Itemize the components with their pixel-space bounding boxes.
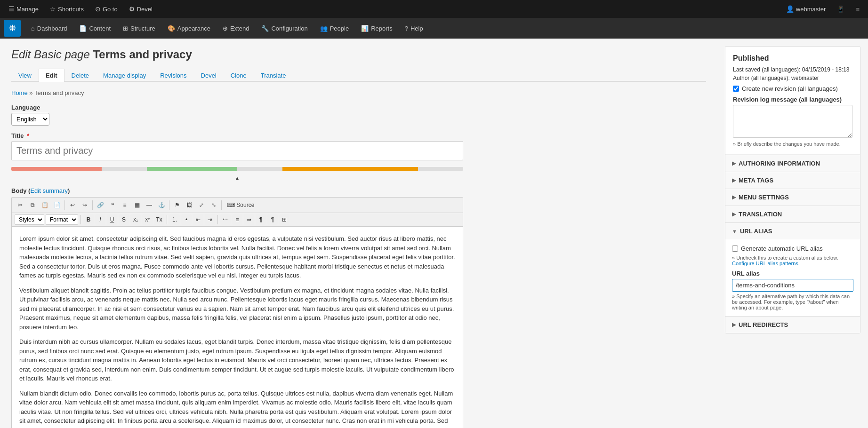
toolbar-more[interactable]: ⊞ — [279, 214, 289, 225]
manage-icon: ☰ — [8, 5, 15, 13]
toolbar-superscript[interactable]: X² — [142, 214, 153, 225]
accordion-url-alias-header[interactable]: ▼ URL ALIAS — [725, 223, 860, 239]
toolbar-anchor[interactable]: ⚓ — [156, 199, 167, 211]
devel-button[interactable]: ⚙ Devel — [124, 0, 157, 18]
url-alias-patterns-link[interactable]: Configure URL alias patterns. — [732, 261, 800, 266]
secondary-nav: ❋ ⌂ Dashboard 📄 Content ⊞ Structure 🎨 Ap… — [0, 18, 868, 39]
toolbar-table[interactable]: ▦ — [131, 199, 143, 211]
tab-revisions[interactable]: Revisions — [153, 69, 193, 82]
nav-structure[interactable]: ⊞ Structure — [117, 18, 161, 39]
tab-edit[interactable]: Edit — [39, 69, 64, 82]
accordion-authoring: ▶ AUTHORING INFORMATION — [725, 155, 860, 172]
toolbar-link[interactable]: 🔗 — [95, 199, 106, 211]
accordion-translation-header[interactable]: ▶ TRANSLATION — [725, 206, 860, 222]
tab-delete[interactable]: Delete — [64, 69, 96, 82]
nav-configuration[interactable]: 🔧 Configuration — [256, 18, 313, 39]
breadcrumb-home[interactable]: Home — [11, 89, 28, 96]
title-input[interactable] — [11, 141, 463, 160]
toolbar-align-center[interactable]: ≡ — [232, 214, 242, 225]
nav-dashboard[interactable]: ⌂ Dashboard — [25, 18, 72, 39]
accordion-metatags-header[interactable]: ▶ META TAGS — [725, 172, 860, 189]
toolbar-indent-more[interactable]: ⇥ — [205, 214, 215, 225]
accordion-url-redirects: ▶ URL REDIRECTS — [725, 316, 860, 333]
progress-bar — [11, 167, 463, 171]
accordion-menu: ▶ MENU SETTINGS — [725, 189, 860, 206]
auto-alias-label[interactable]: Generate automatic URL alias — [741, 245, 823, 252]
toolbar-strikethrough[interactable]: S — [119, 214, 129, 225]
structure-icon: ⊞ — [123, 25, 128, 32]
edit-summary-link[interactable]: Edit summary — [30, 187, 67, 194]
toolbar-indent-less[interactable]: ⇤ — [193, 214, 203, 225]
toolbar-redo[interactable]: ↪ — [79, 199, 90, 211]
tablet-icon-button[interactable]: 📱 — [832, 6, 849, 13]
accordion-url-redirects-header[interactable]: ▶ URL REDIRECTS — [725, 317, 860, 333]
progress-segment-5 — [282, 167, 418, 171]
toolbar-bold[interactable]: B — [83, 214, 94, 225]
toolbar-list-ul2[interactable]: • — [181, 214, 192, 225]
toolbar-undo[interactable]: ↩ — [67, 199, 78, 211]
revision-log-textarea[interactable] — [733, 105, 852, 138]
toolbar-copy[interactable]: ⧉ — [27, 199, 38, 211]
toolbar-underline[interactable]: U — [107, 214, 117, 225]
url-alias-desc: Specify an alternative path by which thi… — [732, 293, 853, 310]
toolbar-align-right[interactable]: ⇒ — [244, 214, 254, 225]
appearance-icon: 🎨 — [168, 25, 175, 32]
sidebar-toggle[interactable]: ≡ — [851, 6, 864, 13]
accordion-authoring-header[interactable]: ▶ AUTHORING INFORMATION — [725, 155, 860, 172]
progress-segment-2 — [102, 167, 147, 171]
auto-alias-checkbox[interactable] — [732, 246, 738, 252]
revision-checkbox-row: Create new revision (all languages) — [733, 85, 852, 92]
toolbar-removeformat[interactable]: Tx — [154, 214, 164, 225]
accordion-menu-header[interactable]: ▶ MENU SETTINGS — [725, 189, 860, 206]
title-label: Title * — [11, 132, 706, 139]
toolbar-hr[interactable]: — — [144, 199, 155, 211]
nav-reports[interactable]: 📊 Reports — [355, 18, 398, 39]
published-section: Published Last saved (all languages): 04… — [725, 47, 860, 155]
toolbar-sep-2 — [92, 200, 93, 210]
tab-devel[interactable]: Devel — [194, 69, 224, 82]
format-select[interactable]: Format — [46, 214, 78, 225]
toolbar-italic[interactable]: I — [95, 214, 105, 225]
toolbar-list-ul[interactable]: ≡ — [119, 199, 130, 211]
toolbar-align-left[interactable]: ⬸ — [220, 214, 231, 225]
url-alias-input[interactable] — [732, 279, 853, 292]
toolbar-resize[interactable]: ⤡ — [208, 199, 219, 211]
nav-appearance[interactable]: 🎨 Appearance — [162, 18, 216, 39]
page-wrapper: Edit Basic page Terms and privacy View E… — [0, 39, 868, 428]
nav-help[interactable]: ? Help — [399, 18, 429, 39]
styles-select[interactable]: Styles — [15, 214, 44, 225]
nav-content[interactable]: 📄 Content — [73, 18, 116, 39]
nav-extend[interactable]: ⊕ Extend — [217, 18, 255, 39]
manage-button[interactable]: ☰ Manage — [4, 0, 43, 18]
toolbar-image[interactable]: 🖼 — [184, 199, 195, 211]
goto-button[interactable]: ⊙ Go to — [90, 0, 122, 18]
tab-translate[interactable]: Translate — [254, 69, 293, 82]
toolbar-cut[interactable]: ✂ — [15, 199, 26, 211]
revision-checkbox[interactable] — [733, 86, 739, 92]
editor-body[interactable]: Lorem ipsum dolor sit amet, consectetur … — [12, 227, 463, 428]
toolbar-source-btn[interactable]: ⌨ Source — [224, 200, 257, 210]
toolbar-blockquote[interactable]: ❝ — [107, 199, 118, 211]
toolbar-rtl[interactable]: ¶ — [267, 214, 278, 225]
toolbar-subscript[interactable]: X₂ — [130, 214, 141, 225]
toolbar-sep-6 — [167, 215, 167, 224]
toolbar-ltr[interactable]: ¶ — [256, 214, 266, 225]
toolbar-flag[interactable]: ⚑ — [171, 199, 183, 211]
user-button[interactable]: 👤 webmaster — [781, 5, 831, 13]
toolbar-maximize[interactable]: ⤢ — [196, 199, 207, 211]
toolbar-paste-text[interactable]: 📄 — [51, 199, 63, 211]
admin-bar-right: 👤 webmaster 📱 ≡ — [781, 5, 864, 13]
drupal-logo[interactable]: ❋ — [4, 20, 21, 37]
toolbar-list-ol[interactable]: 1. — [169, 214, 180, 225]
revision-checkbox-label[interactable]: Create new revision (all languages) — [742, 85, 838, 92]
language-select[interactable]: English French Spanish German — [11, 113, 49, 126]
extend-icon: ⊕ — [223, 25, 228, 32]
toolbar-sep-1 — [64, 200, 65, 210]
toolbar-paste[interactable]: 📋 — [39, 199, 50, 211]
tab-clone[interactable]: Clone — [224, 69, 254, 82]
nav-people[interactable]: 👥 People — [314, 18, 354, 39]
shortcuts-button[interactable]: ☆ Shortcuts — [45, 0, 88, 18]
tab-manage-display[interactable]: Manage display — [96, 69, 153, 82]
tab-view[interactable]: View — [11, 69, 39, 82]
dashboard-icon: ⌂ — [31, 25, 35, 32]
